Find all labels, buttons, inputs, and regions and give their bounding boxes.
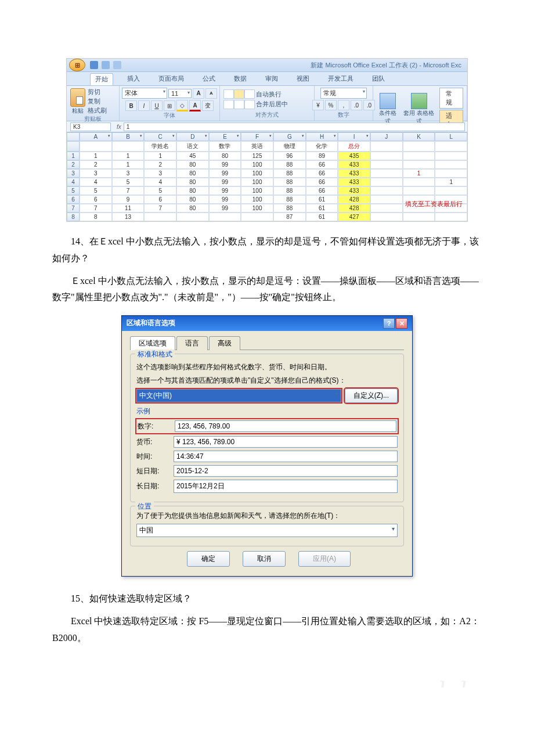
col-A[interactable]: A [80,132,112,141]
tab-dev[interactable]: 开发工具 [323,73,358,85]
tab-formula[interactable]: 公式 [198,73,220,85]
select-all-icon[interactable] [67,132,80,141]
cell[interactable]: 1 [403,169,435,178]
cell[interactable]: 3 [80,169,112,178]
apply-button[interactable]: 应用(A) [298,551,351,567]
cell[interactable]: 100 [241,195,273,204]
cell[interactable]: 433 [338,160,370,169]
formula-value[interactable]: 1 [124,123,465,131]
cell[interactable]: 7 [80,204,112,213]
cell[interactable] [370,213,403,221]
row-hdr[interactable]: 2 [67,160,80,169]
cell[interactable] [80,141,112,152]
col-H[interactable]: H [306,132,338,141]
row-hdr[interactable]: 8 [67,213,80,221]
col-J[interactable]: J [370,132,403,141]
hdr-name[interactable]: 学姓名 [144,141,176,152]
cell[interactable]: 3 [144,169,176,178]
cell[interactable]: 6 [80,195,112,204]
cell[interactable]: 80 [176,178,209,186]
cell[interactable]: 100 [241,204,273,213]
cell[interactable]: 100 [241,160,273,169]
italic-button[interactable]: I [138,100,150,111]
col-C[interactable]: C [144,132,176,141]
cell[interactable]: 428 [338,195,370,204]
cell[interactable]: 5 [144,186,176,195]
cell[interactable]: 66 [306,186,338,195]
cell[interactable]: 427 [338,213,370,221]
cell[interactable]: 100 [241,178,273,186]
underline-button[interactable]: U [151,100,163,111]
cell[interactable]: 66 [306,169,338,178]
cell[interactable]: 100 [241,169,273,178]
office-button-icon[interactable]: ⊞ [69,59,85,71]
name-box[interactable]: K3 [70,123,111,131]
cell[interactable] [112,141,145,152]
tab-view[interactable]: 视图 [292,73,314,85]
cell[interactable]: 89 [306,152,338,160]
hdr-chem[interactable]: 化学 [306,141,338,152]
tab-data[interactable]: 数据 [229,73,251,85]
row-hdr[interactable] [67,141,80,152]
cell[interactable]: 428 [338,204,370,213]
cell[interactable]: 1 [112,152,145,160]
cell[interactable]: 9 [112,195,145,204]
cell[interactable] [144,213,176,221]
font-name-select[interactable]: 宋体 [122,88,167,99]
cell[interactable]: 96 [273,152,306,160]
cell[interactable] [403,213,435,221]
cell[interactable]: 125 [241,152,273,160]
cell[interactable] [209,213,241,221]
cell[interactable]: 7 [112,186,145,195]
cell[interactable] [176,213,209,221]
cell[interactable]: 433 [338,186,370,195]
cell[interactable]: 5 [112,178,145,186]
save-icon[interactable] [90,61,98,69]
tab-language[interactable]: 语言 [176,336,208,350]
col-L[interactable]: L [435,132,467,141]
cell[interactable]: 99 [209,169,241,178]
font-size-select[interactable]: 11 [168,89,192,98]
cell[interactable]: 80 [176,186,209,195]
col-I[interactable]: I [338,132,370,141]
tab-layout[interactable]: 页面布局 [154,73,189,85]
cell[interactable]: 4 [80,178,112,186]
cell[interactable] [403,160,435,169]
cell[interactable]: 80 [176,204,209,213]
ok-button[interactable]: 确定 [187,551,230,567]
cell[interactable]: 7 [144,204,176,213]
cell[interactable]: 1 [144,152,176,160]
cell[interactable]: 99 [209,195,241,204]
percent-icon[interactable]: % [325,100,337,110]
cell[interactable]: 80 [209,152,241,160]
cell[interactable]: 45 [176,152,209,160]
cell[interactable]: 433 [338,178,370,186]
cell[interactable] [370,186,403,195]
cell[interactable]: 11 [112,204,145,213]
currency-icon[interactable]: ¥ [312,100,324,110]
cell[interactable]: 4 [144,178,176,186]
increase-decimal-icon[interactable]: .0 [351,100,362,110]
locale-combo[interactable]: 中文(中国) [136,389,341,402]
number-format-select[interactable]: 常规 [320,88,367,99]
cell[interactable] [435,160,467,169]
cell[interactable]: 88 [273,204,306,213]
cell[interactable]: 80 [176,169,209,178]
cell[interactable]: 100 [241,186,273,195]
paste-icon[interactable] [70,88,85,107]
hdr-total[interactable]: 总分 [338,141,370,152]
cell[interactable]: 2 [80,160,112,169]
bold-button[interactable]: B [125,100,137,111]
cell[interactable] [403,186,435,195]
shrink-font-icon[interactable]: A [205,88,217,99]
cell[interactable] [370,152,403,160]
cell[interactable] [435,213,467,221]
alignment-icons[interactable] [223,89,254,109]
hdr-physics[interactable]: 物理 [273,141,306,152]
undo-icon[interactable] [102,61,110,69]
cell[interactable] [241,213,273,221]
col-D[interactable]: D [176,132,209,141]
cell[interactable]: 61 [306,204,338,213]
cell[interactable]: 99 [209,160,241,169]
cell[interactable]: 99 [209,186,241,195]
